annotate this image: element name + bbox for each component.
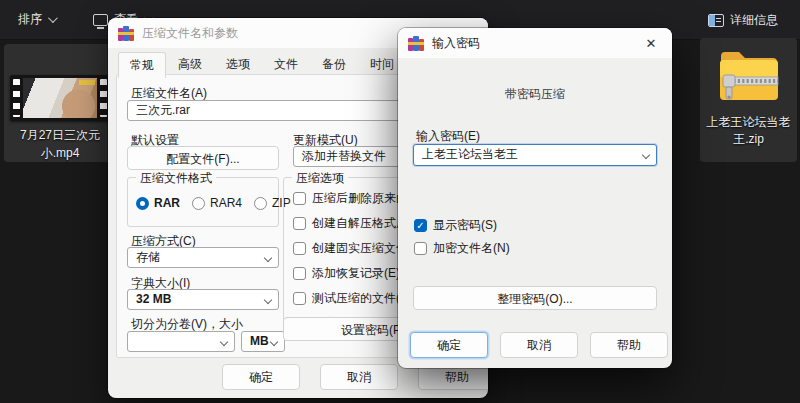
cancel-button[interactable]: 取消 <box>320 364 398 390</box>
checkmark-icon: ✓ <box>414 219 427 232</box>
volume-unit-select[interactable]: MB <box>241 331 285 352</box>
password-subtitle: 带密码压缩 <box>398 86 672 103</box>
archive-format-group: 压缩文件格式 RAR RAR4 ZIP <box>127 177 279 227</box>
video-thumbnail-image <box>23 78 97 118</box>
compression-method-select[interactable]: 存储 <box>127 247 279 268</box>
cancel-button[interactable]: 取消 <box>500 332 578 358</box>
close-icon[interactable]: ✕ <box>640 36 662 51</box>
split-volume-size-combo[interactable] <box>127 331 235 352</box>
file-name: 7月27日三次元小.mp4 <box>13 127 107 162</box>
radio-rar4[interactable]: RAR4 <box>192 196 242 210</box>
ok-button[interactable]: 确定 <box>410 332 488 358</box>
show-password-checkbox[interactable]: ✓ 显示密码(S) <box>414 217 497 234</box>
file-item-zip[interactable]: 上老王论坛当老王.zip <box>700 38 797 162</box>
dictionary-size-select[interactable]: 32 MB <box>127 289 279 310</box>
chevron-down-icon <box>48 13 58 23</box>
tab-general[interactable]: 常规 <box>118 52 166 78</box>
ok-button[interactable]: 确定 <box>222 364 300 390</box>
password-input[interactable]: 上老王论坛当老王 <box>413 144 657 166</box>
details-pane-icon <box>708 14 724 27</box>
winrar-icon <box>118 26 134 41</box>
sort-button[interactable]: 排序 <box>8 5 65 34</box>
radio-dot <box>136 197 149 210</box>
radio-rar[interactable]: RAR <box>136 196 180 210</box>
password-dialog: 输入密码 ✕ 带密码压缩 输入密码(E) 上老王论坛当老王 ✓ 显示密码(S) … <box>398 28 672 368</box>
archive-dialog-title: 压缩文件名和参数 <box>142 25 418 42</box>
chevron-down-icon <box>270 338 278 346</box>
chevron-down-icon <box>264 254 272 262</box>
chevron-down-icon <box>220 338 228 346</box>
zip-folder-icon <box>717 46 781 108</box>
enter-password-label: 输入密码(E) <box>416 128 480 145</box>
compression-options-legend: 压缩选项 <box>292 170 348 187</box>
video-thumbnail <box>10 75 110 121</box>
winrar-icon <box>408 36 424 51</box>
file-name: 上老王论坛当老王.zip <box>702 114 796 149</box>
details-pane-button[interactable]: 详细信息 <box>698 6 788 35</box>
encrypt-filenames-checkbox[interactable]: 加密文件名(N) <box>414 240 510 257</box>
monitor-icon <box>93 14 108 26</box>
archive-format-legend: 压缩文件格式 <box>136 170 216 187</box>
chevron-down-icon <box>642 151 650 159</box>
organize-passwords-button[interactable]: 整理密码(O)... <box>413 286 657 310</box>
password-dialog-titlebar: 输入密码 ✕ <box>398 28 672 58</box>
radio-dot <box>254 197 267 210</box>
profile-button[interactable]: 配置文件(F)... <box>127 146 279 170</box>
chevron-down-icon <box>264 296 272 304</box>
radio-dot <box>192 197 205 210</box>
sort-label: 排序 <box>18 11 42 28</box>
password-dialog-title: 输入密码 <box>432 35 632 52</box>
help-button[interactable]: 帮助 <box>590 332 668 358</box>
details-label: 详细信息 <box>730 12 778 29</box>
file-item-video[interactable]: 7月27日三次元小.mp4 <box>4 44 116 162</box>
